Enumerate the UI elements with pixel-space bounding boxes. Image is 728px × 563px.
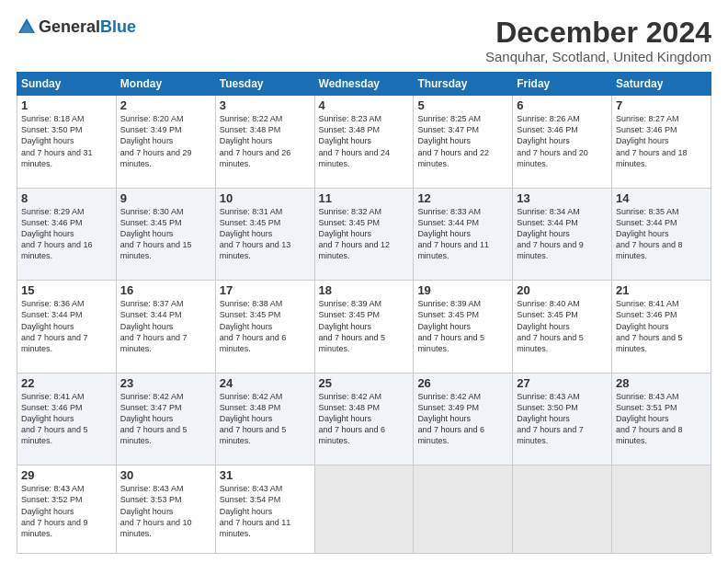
day-number: 12 xyxy=(417,191,508,205)
day-number: 13 xyxy=(517,191,608,205)
day-number: 29 xyxy=(21,468,112,482)
table-row: 19 Sunrise: 8:39 AMSunset: 3:45 PMDaylig… xyxy=(414,281,513,373)
month-title: December 2024 xyxy=(485,17,711,49)
day-number: 22 xyxy=(21,376,112,390)
cell-text: Sunrise: 8:25 AMSunset: 3:47 PMDaylight … xyxy=(417,114,489,168)
table-row: 6 Sunrise: 8:26 AMSunset: 3:46 PMDayligh… xyxy=(513,96,612,189)
day-number: 3 xyxy=(220,98,311,112)
logo-general-text: General xyxy=(39,17,100,37)
table-row: 3 Sunrise: 8:22 AMSunset: 3:48 PMDayligh… xyxy=(215,96,314,189)
day-number: 23 xyxy=(120,376,211,390)
day-number: 16 xyxy=(120,283,211,297)
table-row: 2 Sunrise: 8:20 AMSunset: 3:49 PMDayligh… xyxy=(116,96,215,189)
table-row: 16 Sunrise: 8:37 AMSunset: 3:44 PMDaylig… xyxy=(116,281,215,373)
table-row: 8 Sunrise: 8:29 AMSunset: 3:46 PMDayligh… xyxy=(17,188,117,281)
day-number: 27 xyxy=(517,376,608,390)
table-row: 15 Sunrise: 8:36 AMSunset: 3:44 PMDaylig… xyxy=(17,281,117,373)
cell-text: Sunrise: 8:26 AMSunset: 3:46 PMDaylight … xyxy=(517,114,588,168)
table-row: 7 Sunrise: 8:27 AMSunset: 3:46 PMDayligh… xyxy=(612,96,711,189)
table-row: 21 Sunrise: 8:41 AMSunset: 3:46 PMDaylig… xyxy=(612,281,711,373)
col-sunday: Sunday xyxy=(17,73,117,96)
day-number: 19 xyxy=(417,283,508,297)
table-row: 29 Sunrise: 8:43 AMSunset: 3:52 PMDaylig… xyxy=(17,465,117,554)
cell-text: Sunrise: 8:32 AMSunset: 3:45 PMDaylight … xyxy=(319,207,391,261)
calendar-header-row: Sunday Monday Tuesday Wednesday Thursday… xyxy=(17,73,711,96)
table-row: 11 Sunrise: 8:32 AMSunset: 3:45 PMDaylig… xyxy=(314,188,414,281)
cell-text: Sunrise: 8:33 AMSunset: 3:44 PMDaylight … xyxy=(417,207,489,261)
table-row: 5 Sunrise: 8:25 AMSunset: 3:47 PMDayligh… xyxy=(414,96,513,189)
table-row: 22 Sunrise: 8:41 AMSunset: 3:46 PMDaylig… xyxy=(17,373,117,465)
cell-text: Sunrise: 8:29 AMSunset: 3:46 PMDaylight … xyxy=(21,207,93,261)
location: Sanquhar, Scotland, United Kingdom xyxy=(485,49,711,64)
table-row: 20 Sunrise: 8:40 AMSunset: 3:45 PMDaylig… xyxy=(513,281,612,373)
table-row: 25 Sunrise: 8:42 AMSunset: 3:48 PMDaylig… xyxy=(314,373,414,465)
table-row: 17 Sunrise: 8:38 AMSunset: 3:45 PMDaylig… xyxy=(215,281,314,373)
day-number: 31 xyxy=(220,468,311,482)
cell-text: Sunrise: 8:31 AMSunset: 3:45 PMDaylight … xyxy=(220,207,291,261)
day-number: 2 xyxy=(120,98,211,112)
day-number: 18 xyxy=(319,283,410,297)
col-friday: Friday xyxy=(513,73,612,96)
cell-text: Sunrise: 8:40 AMSunset: 3:45 PMDaylight … xyxy=(517,299,584,353)
cell-text: Sunrise: 8:22 AMSunset: 3:48 PMDaylight … xyxy=(220,114,291,168)
cell-text: Sunrise: 8:38 AMSunset: 3:45 PMDaylight … xyxy=(220,299,287,353)
table-row xyxy=(513,465,612,554)
logo-icon xyxy=(17,17,37,37)
table-row: 12 Sunrise: 8:33 AMSunset: 3:44 PMDaylig… xyxy=(414,188,513,281)
title-block: December 2024 Sanquhar, Scotland, United… xyxy=(485,17,711,64)
day-number: 7 xyxy=(616,98,707,112)
cell-text: Sunrise: 8:27 AMSunset: 3:46 PMDaylight … xyxy=(616,114,688,168)
table-row: 18 Sunrise: 8:39 AMSunset: 3:45 PMDaylig… xyxy=(314,281,414,373)
cell-text: Sunrise: 8:43 AMSunset: 3:52 PMDaylight … xyxy=(21,484,88,538)
day-number: 11 xyxy=(319,191,410,205)
cell-text: Sunrise: 8:41 AMSunset: 3:46 PMDaylight … xyxy=(616,299,683,353)
table-row: 26 Sunrise: 8:42 AMSunset: 3:49 PMDaylig… xyxy=(414,373,513,465)
day-number: 17 xyxy=(220,283,311,297)
calendar: Sunday Monday Tuesday Wednesday Thursday… xyxy=(17,72,711,554)
cell-text: Sunrise: 8:43 AMSunset: 3:53 PMDaylight … xyxy=(120,484,192,538)
table-row: 30 Sunrise: 8:43 AMSunset: 3:53 PMDaylig… xyxy=(116,465,215,554)
table-row: 27 Sunrise: 8:43 AMSunset: 3:50 PMDaylig… xyxy=(513,373,612,465)
table-row: 13 Sunrise: 8:34 AMSunset: 3:44 PMDaylig… xyxy=(513,188,612,281)
day-number: 30 xyxy=(120,468,211,482)
cell-text: Sunrise: 8:42 AMSunset: 3:48 PMDaylight … xyxy=(220,392,287,446)
table-row xyxy=(314,465,414,554)
col-wednesday: Wednesday xyxy=(314,73,414,96)
cell-text: Sunrise: 8:41 AMSunset: 3:46 PMDaylight … xyxy=(21,392,88,446)
cell-text: Sunrise: 8:42 AMSunset: 3:48 PMDaylight … xyxy=(319,392,386,446)
col-tuesday: Tuesday xyxy=(215,73,314,96)
table-row xyxy=(612,465,711,554)
day-number: 14 xyxy=(616,191,707,205)
table-row: 23 Sunrise: 8:42 AMSunset: 3:47 PMDaylig… xyxy=(116,373,215,465)
table-row: 1 Sunrise: 8:18 AMSunset: 3:50 PMDayligh… xyxy=(17,96,117,189)
cell-text: Sunrise: 8:20 AMSunset: 3:49 PMDaylight … xyxy=(120,114,192,168)
day-number: 8 xyxy=(21,191,112,205)
day-number: 24 xyxy=(220,376,311,390)
table-row: 24 Sunrise: 8:42 AMSunset: 3:48 PMDaylig… xyxy=(215,373,314,465)
day-number: 26 xyxy=(417,376,508,390)
day-number: 5 xyxy=(417,98,508,112)
cell-text: Sunrise: 8:39 AMSunset: 3:45 PMDaylight … xyxy=(319,299,386,353)
cell-text: Sunrise: 8:30 AMSunset: 3:45 PMDaylight … xyxy=(120,207,192,261)
cell-text: Sunrise: 8:43 AMSunset: 3:51 PMDaylight … xyxy=(616,392,683,446)
day-number: 9 xyxy=(120,191,211,205)
day-number: 20 xyxy=(517,283,608,297)
table-row: 9 Sunrise: 8:30 AMSunset: 3:45 PMDayligh… xyxy=(116,188,215,281)
day-number: 1 xyxy=(21,98,112,112)
cell-text: Sunrise: 8:43 AMSunset: 3:54 PMDaylight … xyxy=(220,484,291,538)
day-number: 28 xyxy=(616,376,707,390)
cell-text: Sunrise: 8:43 AMSunset: 3:50 PMDaylight … xyxy=(517,392,584,446)
cell-text: Sunrise: 8:42 AMSunset: 3:49 PMDaylight … xyxy=(417,392,484,446)
logo-blue-text: Blue xyxy=(100,17,136,37)
table-row: 14 Sunrise: 8:35 AMSunset: 3:44 PMDaylig… xyxy=(612,188,711,281)
col-saturday: Saturday xyxy=(612,73,711,96)
day-number: 10 xyxy=(220,191,311,205)
logo: GeneralBlue xyxy=(17,17,136,37)
page: GeneralBlue December 2024 Sanquhar, Scot… xyxy=(0,0,728,563)
table-row xyxy=(414,465,513,554)
cell-text: Sunrise: 8:39 AMSunset: 3:45 PMDaylight … xyxy=(417,299,484,353)
cell-text: Sunrise: 8:42 AMSunset: 3:47 PMDaylight … xyxy=(120,392,188,446)
table-row: 28 Sunrise: 8:43 AMSunset: 3:51 PMDaylig… xyxy=(612,373,711,465)
col-monday: Monday xyxy=(116,73,215,96)
day-number: 6 xyxy=(517,98,608,112)
